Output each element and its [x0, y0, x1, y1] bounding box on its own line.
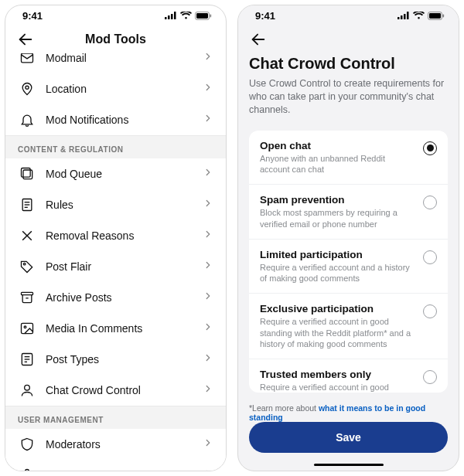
svg-rect-28 [26, 470, 29, 471]
cell-signal-icon [165, 12, 177, 19]
chevron-right-icon [203, 437, 213, 451]
radio-button[interactable] [423, 370, 437, 384]
arrow-left-icon [250, 31, 267, 48]
section-header-content-regulation: CONTENT & REGULATION [5, 135, 226, 158]
status-bar: 9:41 [5, 5, 226, 26]
chevron-right-icon [203, 321, 213, 335]
option-title: Limited participation [260, 249, 415, 260]
settings-row-moderators[interactable]: Moderators [5, 429, 226, 460]
option-trusted-members-only[interactable]: Trusted members onlyRequire a verified a… [249, 359, 448, 392]
settings-row-modmail[interactable]: Modmail [5, 53, 226, 73]
arrow-left-icon [17, 31, 34, 48]
nav-bar [238, 26, 459, 53]
option-description: Require a verified account in good stand… [260, 316, 415, 349]
chevron-right-icon [203, 229, 213, 243]
wifi-icon [413, 12, 425, 20]
option-title: Trusted members only [260, 369, 415, 380]
settings-row-chat-crowd-control[interactable]: Chat Crowd Control [5, 375, 226, 406]
chevron-right-icon [203, 82, 213, 96]
option-title: Spam prevention [260, 194, 415, 206]
svg-rect-21 [22, 323, 33, 333]
radio-button[interactable] [423, 141, 437, 155]
svg-rect-31 [401, 15, 403, 19]
chevron-right-icon [203, 53, 213, 65]
svg-point-9 [26, 86, 29, 89]
location-icon [18, 80, 36, 98]
row-label: Moderators [46, 438, 203, 450]
archive-icon [18, 288, 36, 307]
person-icon [18, 381, 36, 400]
option-title: Open chat [260, 140, 415, 151]
option-limited-participation[interactable]: Limited participationRequire a verified … [249, 240, 448, 294]
settings-row-mod-queue[interactable]: Mod Queue [5, 158, 226, 189]
settings-row-post-flair[interactable]: Post Flair [5, 251, 226, 282]
phone-mod-tools: 9:41 Mod Tools ModmailLocationMod Notifi… [5, 5, 227, 471]
bell-icon [18, 110, 36, 129]
settings-row-mod-notifications[interactable]: Mod Notifications [5, 104, 226, 135]
page-title: Mod Tools [85, 32, 146, 46]
row-label: Media In Comments [46, 322, 203, 335]
settings-row-removal-reasons[interactable]: Removal Reasons [5, 220, 226, 251]
option-description: Anyone with an unbanned Reddit account c… [260, 153, 415, 175]
svg-point-18 [23, 263, 26, 265]
chevron-right-icon [203, 113, 213, 127]
row-label: Removal Reasons [46, 230, 203, 242]
battery-icon [428, 12, 445, 20]
wifi-icon [180, 12, 192, 20]
svg-rect-1 [168, 15, 170, 19]
settings-row-media-in-comments[interactable]: Media In Comments [5, 313, 226, 344]
settings-row-rules[interactable]: Rules [5, 189, 226, 220]
queue-icon [18, 165, 36, 183]
status-indicators [397, 12, 445, 20]
option-open-chat[interactable]: Open chatAnyone with an unbanned Reddit … [249, 131, 448, 185]
page-title: Chat Crowd Control [249, 55, 448, 73]
mic-icon [18, 466, 36, 471]
settings-row-post-types[interactable]: Post Types [5, 344, 226, 375]
option-exclusive-participation[interactable]: Exclusive participationRequire a verifie… [249, 294, 448, 359]
option-description: Require a verified account and a history… [260, 262, 415, 284]
x-icon [18, 226, 36, 245]
radio-button[interactable] [423, 250, 437, 264]
rules-icon [18, 196, 36, 214]
svg-rect-2 [171, 14, 173, 19]
cell-signal-icon [397, 12, 410, 19]
row-label: Chat Crowd Control [46, 384, 203, 396]
svg-rect-3 [174, 12, 176, 19]
option-title: Exclusive participation [260, 303, 415, 314]
footnote: *Learn more about what it means to be in… [249, 403, 448, 422]
settings-row-location[interactable]: Location [5, 73, 226, 104]
chevron-right-icon [203, 352, 213, 366]
tag-icon [18, 257, 36, 276]
row-label: Archive Posts [46, 291, 203, 304]
row-label: Post Types [46, 353, 203, 366]
svg-rect-32 [404, 14, 406, 19]
nav-bar: Mod Tools [5, 26, 226, 53]
chevron-right-icon [203, 468, 213, 471]
svg-rect-5 [196, 13, 208, 19]
chevron-right-icon [203, 291, 213, 304]
option-spam-prevention[interactable]: Spam preventionBlock most spammers by re… [249, 185, 448, 240]
back-button[interactable] [16, 30, 35, 49]
row-label: Approved Users [46, 469, 203, 471]
chevron-right-icon [203, 198, 213, 212]
phone-crowd-control: 9:41 Chat Crowd Control Use Crowd Contro… [237, 5, 459, 471]
svg-rect-8 [22, 53, 33, 63]
settings-scroll[interactable]: ModmailLocationMod NotificationsCONTENT … [5, 53, 226, 471]
radio-button[interactable] [423, 196, 437, 209]
status-indicators [165, 12, 212, 20]
back-button[interactable] [249, 30, 268, 49]
svg-rect-0 [165, 17, 167, 19]
chevron-right-icon [203, 383, 213, 397]
row-label: Location [46, 83, 203, 95]
radio-button[interactable] [423, 304, 437, 318]
settings-row-archive-posts[interactable]: Archive Posts [5, 282, 226, 313]
row-label: Mod Queue [46, 168, 203, 180]
save-button[interactable]: Save [249, 422, 448, 453]
chevron-right-icon [203, 167, 213, 181]
media-icon [18, 319, 36, 338]
settings-row-approved-users[interactable]: Approved Users [5, 460, 226, 471]
row-label: Rules [46, 199, 203, 211]
status-bar: 9:41 [238, 5, 459, 26]
home-indicator [314, 464, 384, 466]
svg-rect-6 [210, 14, 212, 17]
